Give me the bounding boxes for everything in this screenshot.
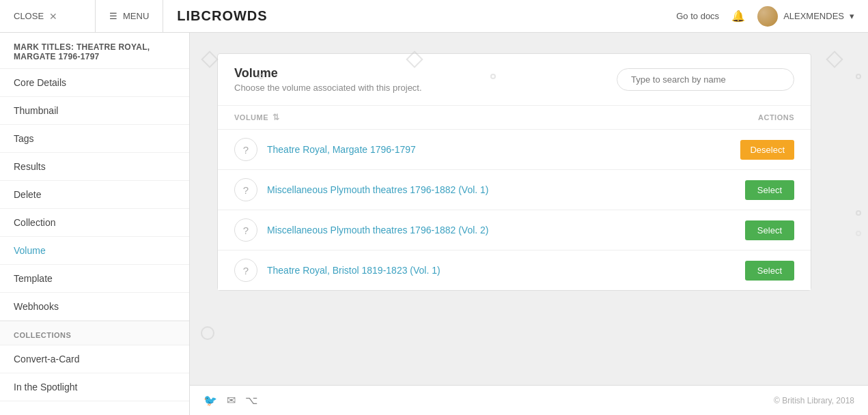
footer: 🐦 ✉ ⌥ © British Library, 2018 — [190, 385, 868, 415]
docs-link[interactable]: Go to docs — [676, 11, 719, 21]
sidebar-item-tags[interactable]: Tags — [0, 125, 189, 153]
github-icon[interactable]: ⌥ — [245, 394, 257, 407]
collections-section-label: COLLECTIONS — [0, 321, 189, 345]
volume-title-link[interactable]: Theatre Royal, Margate 1796-1797 — [267, 144, 740, 155]
menu-label: MENU — [123, 11, 149, 21]
table-row: ? Miscellaneous Plymouth theatres 1796-1… — [218, 210, 811, 251]
user-name: ALEXMENDES — [783, 11, 844, 21]
main-content: Volume Choose the volume associated with… — [190, 33, 868, 415]
email-icon[interactable]: ✉ — [227, 394, 236, 407]
row-icon: ? — [234, 178, 257, 201]
volume-description: Choose the volume associated with this p… — [234, 83, 422, 93]
volume-panel: Volume Choose the volume associated with… — [217, 53, 811, 291]
volume-title: Volume — [234, 66, 422, 81]
row-icon: ? — [234, 218, 257, 242]
select-button[interactable]: Select — [745, 180, 794, 200]
notifications-icon[interactable]: 🔔 — [731, 10, 745, 23]
main-inner: Volume Choose the volume associated with… — [190, 33, 868, 415]
volume-title-link[interactable]: Miscellaneous Plymouth theatres 1796-188… — [267, 184, 745, 195]
hamburger-icon: ☰ — [109, 11, 117, 21]
project-title: MARK TITLES: THEATRE ROYAL, MARGATE 1796… — [0, 33, 189, 69]
sidebar-item-delete[interactable]: Delete — [0, 181, 189, 209]
volume-table: VOLUME ⇅ ACTIONS ? Theatre Royal, Margat… — [218, 106, 811, 290]
menu-button[interactable]: ☰ MENU — [96, 0, 163, 32]
close-button[interactable]: CLOSE ✕ — [0, 0, 96, 32]
footer-icons: 🐦 ✉ ⌥ — [204, 394, 257, 407]
column-actions-label: ACTIONS — [712, 113, 794, 121]
chevron-down-icon: ▾ — [850, 11, 854, 21]
sidebar-item-collection[interactable]: Collection — [0, 209, 189, 237]
table-header: VOLUME ⇅ ACTIONS — [218, 106, 811, 130]
sidebar-item-volume[interactable]: Volume — [0, 237, 189, 265]
table-row: ? Miscellaneous Plymouth theatres 1796-1… — [218, 170, 811, 210]
user-menu[interactable]: ALEXMENDES ▾ — [757, 6, 854, 27]
search-input[interactable] — [617, 68, 794, 91]
copyright-text: © British Library, 2018 — [774, 396, 854, 405]
close-icon: ✕ — [49, 11, 57, 22]
select-button[interactable]: Select — [745, 220, 794, 240]
layout: MARK TITLES: THEATRE ROYAL, MARGATE 1796… — [0, 33, 868, 415]
sidebar-item-webhooks[interactable]: Webhooks — [0, 293, 189, 321]
app-logo: LIBCROWDS — [163, 8, 662, 24]
header-right: Go to docs 🔔 ALEXMENDES ▾ — [662, 6, 868, 27]
select-button[interactable]: Select — [745, 261, 794, 281]
twitter-icon[interactable]: 🐦 — [204, 394, 217, 407]
row-icon: ? — [234, 259, 257, 282]
deselect-button[interactable]: Deselect — [740, 140, 794, 160]
sidebar-item-results[interactable]: Results — [0, 153, 189, 181]
volume-title-link[interactable]: Miscellaneous Plymouth theatres 1796-188… — [267, 225, 745, 235]
column-volume-label: VOLUME ⇅ — [234, 113, 712, 122]
row-icon: ? — [234, 138, 257, 161]
sort-icon[interactable]: ⇅ — [272, 113, 280, 122]
close-label: CLOSE — [14, 11, 44, 21]
avatar — [757, 6, 778, 27]
sidebar: MARK TITLES: THEATRE ROYAL, MARGATE 1796… — [0, 33, 190, 415]
volume-title-link[interactable]: Theatre Royal, Bristol 1819-1823 (Vol. 1… — [267, 265, 745, 276]
table-row: ? Theatre Royal, Margate 1796-1797 Desel… — [218, 130, 811, 170]
header: CLOSE ✕ ☰ MENU LIBCROWDS Go to docs 🔔 AL… — [0, 0, 868, 33]
table-row: ? Theatre Royal, Bristol 1819-1823 (Vol.… — [218, 251, 811, 290]
sidebar-item-thumbnail[interactable]: Thumbnail — [0, 97, 189, 125]
sidebar-item-in-the-spotlight[interactable]: In the Spotlight — [0, 373, 189, 401]
volume-search — [617, 68, 794, 91]
volume-title-block: Volume Choose the volume associated with… — [234, 66, 422, 93]
sidebar-item-template[interactable]: Template — [0, 265, 189, 293]
volume-header: Volume Choose the volume associated with… — [218, 54, 811, 106]
sidebar-item-convert-a-card[interactable]: Convert-a-Card — [0, 345, 189, 373]
sidebar-item-core-details[interactable]: Core Details — [0, 69, 189, 97]
